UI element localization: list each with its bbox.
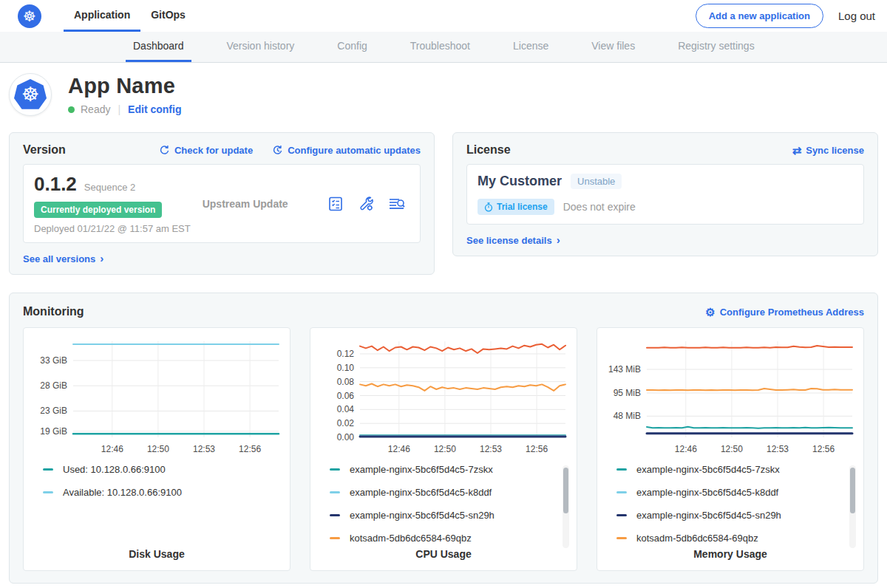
edit-config-link[interactable]: Edit config [128, 103, 181, 115]
svg-text:143 MiB: 143 MiB [608, 364, 641, 375]
see-license-details-link[interactable]: See license details › [466, 234, 560, 247]
scrollbar-thumb[interactable] [563, 468, 568, 513]
license-expiry: Does not expire [563, 201, 636, 213]
scrollbar-thumb[interactable] [850, 468, 855, 513]
svg-text:33 GiB: 33 GiB [40, 355, 67, 366]
helm-wheel-glyph: ☸ [21, 85, 39, 105]
svg-text:12:50: 12:50 [147, 444, 169, 454]
legend-dash-icon [616, 514, 627, 516]
logo-wrap: ☸ [18, 0, 41, 32]
chevron-right-icon: › [100, 252, 103, 264]
legend-dash-icon [330, 468, 340, 471]
memory-usage-legend: example-nginx-5bc6f5d4c5-7zskxexample-ng… [603, 457, 857, 544]
tab-troubleshoot[interactable]: Troubleshoot [403, 32, 478, 62]
logout-button[interactable]: Log out [838, 10, 875, 22]
status-text: Ready [81, 103, 110, 115]
svg-text:12:46: 12:46 [675, 444, 697, 454]
tab-license[interactable]: License [506, 32, 556, 62]
legend-dash-icon [330, 537, 340, 539]
topnav-tab-gitops[interactable]: GitOps [140, 0, 196, 32]
configure-prometheus-link[interactable]: ⚙ Configure Prometheus Address [705, 307, 864, 318]
license-card-title: License [466, 143, 511, 157]
link-label: See license details [466, 235, 552, 246]
legend-label: example-nginx-5bc6f5d4c5-k8ddf [636, 487, 778, 498]
svg-text:12:46: 12:46 [101, 444, 123, 454]
legend-item: kotsadm-5db6dc6584-69qbz [330, 533, 571, 544]
customer-name: My Customer [478, 174, 562, 189]
legend-label: Used: 10.128.0.66:9100 [63, 464, 166, 475]
refresh-icon [159, 145, 170, 156]
svg-text:28 GiB: 28 GiB [40, 380, 67, 391]
sync-license-link[interactable]: ⇄ Sync license [792, 145, 864, 156]
svg-text:0.06: 0.06 [337, 391, 355, 401]
svg-text:0.12: 0.12 [337, 349, 355, 359]
disk-usage-chart-card: 33 GiB28 GiB23 GiB19 GiB12:4612:5012:531… [23, 327, 290, 571]
chart-title: Disk Usage [30, 548, 284, 560]
topnav-tab-label: GitOps [151, 9, 186, 21]
legend-dash-icon [43, 468, 53, 471]
svg-text:12:53: 12:53 [193, 444, 215, 454]
legend-label: example-nginx-5bc6f5d4c5-k8ddf [350, 487, 492, 498]
wrench-config-icon[interactable] [357, 195, 375, 213]
svg-text:12:56: 12:56 [526, 444, 548, 454]
tab-view-files[interactable]: View files [584, 32, 642, 62]
legend-item: example-nginx-5bc6f5d4c5-sn29h [616, 510, 857, 521]
deploy-logs-icon[interactable] [387, 195, 407, 213]
legend-label: Available: 10.128.0.66:9100 [63, 487, 182, 498]
chart-title: Memory Usage [603, 548, 857, 560]
disk-usage-chart[interactable]: 33 GiB28 GiB23 GiB19 GiB12:4612:5012:531… [30, 335, 283, 457]
svg-text:0.10: 0.10 [337, 363, 355, 373]
legend-item: example-nginx-5bc6f5d4c5-k8ddf [616, 487, 857, 498]
legend-item: Used: 10.128.0.66:9100 [43, 464, 284, 475]
kubernetes-heptagon-icon: ☸ [14, 79, 47, 110]
see-all-versions-link[interactable]: See all versions › [23, 253, 103, 265]
svg-text:48 MiB: 48 MiB [614, 411, 641, 421]
tab-version-history[interactable]: Version history [220, 32, 302, 62]
legend-dash-icon [616, 537, 627, 539]
svg-text:0.04: 0.04 [337, 404, 355, 414]
svg-text:0.02: 0.02 [337, 418, 355, 428]
link-label: Configure Prometheus Address [720, 307, 864, 318]
legend-scrollbar[interactable] [849, 465, 856, 548]
tab-dashboard[interactable]: Dashboard [126, 32, 191, 62]
add-application-button[interactable]: Add a new application [696, 4, 823, 28]
link-label: Check for update [174, 145, 253, 156]
deployed-timestamp: Deployed 01/21/22 @ 11:57 am EST [34, 223, 191, 234]
legend-label: example-nginx-5bc6f5d4c5-7zskx [636, 464, 780, 475]
legend-label: kotsadm-5db6dc6584-69qbz [350, 533, 472, 544]
svg-text:12:50: 12:50 [721, 444, 743, 454]
check-for-update-link[interactable]: Check for update [159, 145, 253, 156]
cpu-usage-legend: example-nginx-5bc6f5d4c5-7zskxexample-ng… [316, 457, 571, 544]
configure-automatic-updates-link[interactable]: Configure automatic updates [272, 145, 421, 156]
tab-config[interactable]: Config [330, 32, 374, 62]
kubernetes-logo-icon[interactable]: ☸ [18, 4, 41, 28]
license-details-box: My Customer Unstable Trial license Does … [466, 164, 864, 225]
deployed-version-badge: Currently deployed version [34, 202, 162, 218]
cpu-usage-chart[interactable]: 0.120.100.080.060.040.020.0012:4612:5012… [317, 335, 570, 457]
helm-wheel-glyph: ☸ [23, 9, 36, 24]
app-sub-nav: Dashboard Version history Config Trouble… [0, 32, 887, 63]
legend-label: example-nginx-5bc6f5d4c5-sn29h [350, 510, 495, 521]
chart-title: CPU Usage [316, 548, 571, 560]
version-number: 0.1.2 [34, 173, 77, 196]
channel-badge: Unstable [571, 174, 622, 189]
link-label: See all versions [23, 253, 95, 264]
svg-text:12:56: 12:56 [812, 444, 835, 454]
topnav-tab-application[interactable]: Application [64, 0, 140, 32]
divider: | [116, 103, 122, 115]
legend-label: kotsadm-5db6dc6584-69qbz [636, 533, 758, 544]
gear-icon: ⚙ [705, 307, 715, 318]
svg-text:12:53: 12:53 [767, 444, 789, 454]
legend-dash-icon [330, 514, 340, 516]
svg-text:12:46: 12:46 [388, 444, 410, 454]
tab-registry-settings[interactable]: Registry settings [670, 32, 761, 62]
clock-refresh-icon [272, 145, 283, 156]
release-notes-icon[interactable] [327, 195, 344, 213]
memory-usage-chart[interactable]: 143 MiB95 MiB48 MiB12:4612:5012:5312:56 [604, 335, 857, 457]
license-type-badge: Trial license [478, 199, 554, 215]
svg-text:0.08: 0.08 [337, 377, 355, 387]
svg-text:23 GiB: 23 GiB [40, 406, 67, 416]
current-version-box: 0.1.2 Sequence 2 Currently deployed vers… [23, 164, 421, 243]
topnav-right: Add a new application Log out [696, 0, 887, 32]
legend-scrollbar[interactable] [563, 465, 569, 548]
